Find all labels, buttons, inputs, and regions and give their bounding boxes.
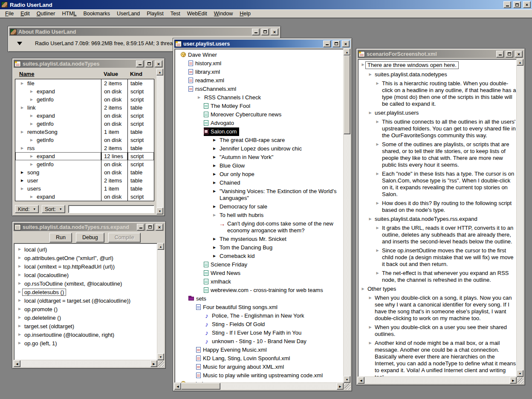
script-line[interactable]: op.deletesubs ()	[14, 288, 157, 296]
minimize-button[interactable]	[323, 40, 331, 47]
close-button[interactable]: ×	[271, 29, 278, 35]
wedge-icon[interactable]	[17, 265, 22, 268]
table-row[interactable]: remoteSong1 itemtable	[15, 128, 154, 136]
outline-item[interactable]: Dave Winer	[175, 51, 343, 59]
maximize-button[interactable]	[513, 1, 521, 8]
outline-item[interactable]: Can't dying dot-coms take some of the ne…	[175, 220, 343, 235]
script-line[interactable]: op.attributes.getOne ("xmlurl", @url)	[14, 254, 157, 262]
outline-item[interactable]: Chained	[175, 179, 343, 187]
outline-item[interactable]: The great GHB-rape scare	[175, 136, 343, 145]
horizontal-scrollbar[interactable]: ◀ ▶	[14, 360, 157, 367]
wedge-icon[interactable]	[375, 249, 380, 252]
outline-item[interactable]: suites.playlist.data.nodeTypes.rss.expan…	[358, 216, 516, 223]
table-row[interactable]: user2 itemstable	[15, 176, 154, 185]
maximize-button[interactable]	[146, 224, 154, 231]
outline-item[interactable]: Democracy for sale	[175, 202, 343, 211]
menu-item-outliner[interactable]: Outliner	[33, 10, 59, 17]
scroll-left-icon[interactable]: ◀	[358, 377, 364, 384]
menu-item-webedit[interactable]: WebEdit	[184, 10, 211, 17]
menu-item-window[interactable]: Window	[211, 10, 236, 17]
kind-dropdown[interactable]: Kind: ▼	[15, 205, 39, 213]
maximize-button[interactable]	[506, 51, 513, 58]
outline-item[interactable]: When you double-click on a song, it play…	[358, 295, 516, 322]
script-line[interactable]: local (oldtarget = target.set (@localout…	[14, 296, 157, 305]
scroll-right-icon[interactable]: ▶	[337, 383, 344, 390]
script-line[interactable]: local (xmltext = tcp.httpReadUrl (url))	[14, 262, 157, 271]
outline-item[interactable]: Other types	[358, 286, 516, 292]
wedge-icon[interactable]	[375, 82, 380, 85]
outline-item[interactable]: Happy Evening Music.xml	[175, 346, 343, 354]
outline-item[interactable]: KD Lang, Sting, Lovin Spoonful.xml	[175, 354, 343, 363]
outline-item[interactable]: m. j. davey	[175, 380, 343, 383]
table-row[interactable]: link2 itemstable	[15, 104, 154, 112]
vertical-scrollbar[interactable]: ▲ ▼	[517, 59, 523, 377]
wedge-icon[interactable]	[17, 299, 22, 302]
script-line[interactable]: op.insertoutline (@localoutline, right)	[14, 330, 157, 339]
wedge-icon[interactable]	[29, 122, 34, 126]
outline-item[interactable]: rssChannels.xml	[175, 85, 343, 93]
outline-item[interactable]: This is a hierarchic routing table. When…	[358, 80, 516, 107]
wedge-icon[interactable]	[20, 130, 25, 134]
outline-item[interactable]: xmlhack	[175, 278, 343, 286]
outline-item[interactable]: Tom the Dancing Bug	[175, 243, 343, 252]
outline-item[interactable]: Some of the outlines are playlists, or s…	[358, 141, 516, 168]
wedge-icon[interactable]	[17, 324, 22, 328]
debug-button[interactable]: Debug	[76, 233, 104, 243]
outline-item[interactable]: Music to play while writing upstreaming …	[175, 371, 343, 380]
outline-item[interactable]: Four beautiful Sting songs.xml	[175, 303, 343, 312]
maximize-button[interactable]	[261, 29, 269, 35]
outline-item[interactable]: Since op.insertOutline moves the cursor …	[358, 247, 516, 268]
outline-item[interactable]: The Motley Fool	[175, 102, 343, 110]
outline-item[interactable]: unknown - Sting - 10 - Brand New Day	[175, 337, 343, 346]
wedge-icon[interactable]	[29, 155, 34, 158]
minimize-button[interactable]	[503, 1, 511, 8]
outline-item[interactable]: Another kind of node might be a mail box…	[358, 340, 516, 377]
scroll-up-icon[interactable]: ▲	[156, 69, 163, 75]
scrollbar-track[interactable]	[20, 360, 150, 367]
wedge-icon[interactable]	[360, 287, 366, 291]
scenario-titlebar[interactable]: scenarioForScreenshot.xml ×	[358, 50, 523, 58]
scrollbar-thumb[interactable]	[181, 383, 220, 390]
wedge-icon[interactable]	[20, 147, 25, 150]
run-button[interactable]: Run	[49, 233, 72, 243]
wedge-icon[interactable]	[17, 256, 22, 260]
table-row[interactable]: expandon diskscript	[15, 87, 154, 95]
wedge-icon[interactable]	[367, 73, 373, 76]
wedge-icon[interactable]	[17, 341, 22, 345]
horizontal-scrollbar[interactable]: ◀ ▶	[358, 377, 517, 384]
close-button[interactable]: ×	[155, 61, 162, 67]
outline-item[interactable]: The net-effect is that whenever you expa…	[358, 270, 516, 283]
menu-item-edit[interactable]: Edit	[17, 10, 33, 17]
close-button[interactable]: ×	[156, 224, 163, 231]
scroll-right-icon[interactable]: ▶	[150, 360, 157, 367]
scrollbar-track[interactable]	[157, 250, 164, 353]
wedge-icon[interactable]	[17, 307, 22, 311]
wedge-icon[interactable]	[17, 248, 22, 251]
wedge-icon[interactable]	[367, 341, 373, 345]
sort-dropdown[interactable]: Sort: ▼	[42, 205, 65, 213]
scrollbar-track[interactable]	[344, 55, 350, 376]
table-row[interactable]: expandon diskscript	[15, 112, 154, 120]
minimize-button[interactable]	[252, 29, 260, 35]
outline-item[interactable]: When you double-click on a user you see …	[358, 324, 516, 338]
wedge-icon[interactable]	[17, 290, 22, 294]
wedge-icon[interactable]	[375, 143, 380, 146]
script-line[interactable]: target.set (oldtarget)	[14, 322, 157, 330]
close-button[interactable]: ×	[515, 51, 523, 58]
minimize-button[interactable]	[136, 61, 144, 67]
outline-item[interactable]: There are three windows open here.	[358, 61, 516, 69]
table-row[interactable]: file2 itemstable	[15, 79, 154, 87]
script-line[interactable]: op.rssToOutline (xmltext, @localoutline)	[14, 279, 157, 288]
scroll-up-icon[interactable]: ▲	[157, 243, 164, 250]
close-button[interactable]: ×	[342, 40, 350, 47]
resize-grip[interactable]	[518, 378, 523, 384]
outline-item[interactable]: Sting - If I Ever Lose My Faith in You	[175, 329, 343, 337]
scrollbar-track[interactable]	[156, 75, 163, 208]
outline-item[interactable]: history.xml	[175, 59, 343, 68]
scroll-right-icon[interactable]: ▶	[510, 377, 517, 384]
wedge-icon[interactable]	[375, 202, 380, 205]
wedge-icon[interactable]	[29, 195, 34, 199]
wedge-icon[interactable]	[17, 316, 22, 319]
script-titlebar[interactable]: suites.playlist.data.nodeTypes.rss.expan…	[14, 223, 164, 231]
outline-item[interactable]: Moreover Cyberculture news	[175, 110, 343, 119]
